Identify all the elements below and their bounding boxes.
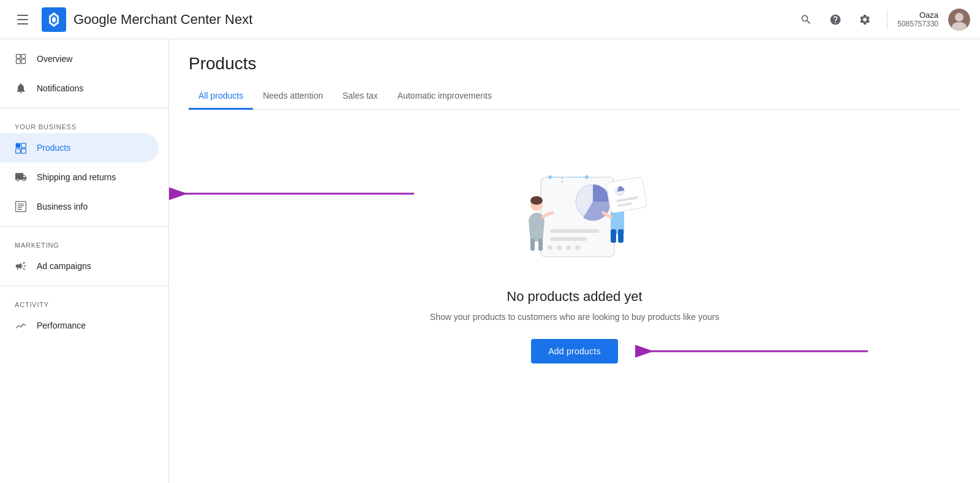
sidebar-item-performance[interactable]: Performance bbox=[0, 311, 159, 340]
avatar-icon bbox=[948, 9, 970, 31]
sidebar-item-ad-campaigns-label: Ad campaigns bbox=[37, 261, 91, 271]
svg-rect-34 bbox=[606, 177, 647, 213]
help-button[interactable] bbox=[823, 7, 848, 32]
account-info: Oaza 5085757330 bbox=[897, 10, 938, 28]
svg-point-41 bbox=[585, 175, 589, 179]
sidebar-item-business-info-label: Business info bbox=[37, 202, 88, 211]
body: Overview Notifications YOUR BUSINESS bbox=[0, 39, 980, 483]
add-products-button[interactable]: Add products bbox=[531, 339, 618, 363]
empty-state-title: No products added yet bbox=[507, 289, 642, 305]
performance-icon bbox=[15, 319, 27, 332]
svg-rect-19 bbox=[550, 229, 599, 233]
svg-point-26 bbox=[530, 196, 543, 205]
add-products-arrow bbox=[623, 339, 880, 363]
svg-rect-28 bbox=[538, 238, 543, 251]
svg-rect-10 bbox=[16, 149, 21, 154]
header-right: Oaza 5085757330 bbox=[794, 7, 970, 32]
hamburger-button[interactable] bbox=[10, 7, 34, 32]
sidebar-item-ad-campaigns[interactable]: Ad campaigns bbox=[0, 251, 159, 281]
svg-rect-5 bbox=[21, 55, 26, 59]
sidebar-item-notifications-label: Notifications bbox=[37, 83, 83, 93]
search-button[interactable] bbox=[794, 7, 818, 32]
sidebar-item-overview-label: Overview bbox=[37, 54, 72, 64]
avatar[interactable] bbox=[948, 9, 970, 31]
empty-state: No products added yet Show your products… bbox=[169, 110, 980, 400]
settings-button[interactable] bbox=[853, 7, 877, 32]
empty-state-description: Show your products to customers who are … bbox=[430, 312, 719, 322]
svg-rect-7 bbox=[21, 59, 26, 64]
sidebar-item-business-info[interactable]: Business info bbox=[0, 192, 159, 221]
svg-point-24 bbox=[575, 245, 580, 250]
sidebar-item-notifications[interactable]: Notifications bbox=[0, 74, 159, 103]
main-content: Products All products Needs attention Sa… bbox=[169, 39, 980, 483]
add-products-wrapper: Add products bbox=[531, 339, 618, 363]
app-logo-icon bbox=[42, 7, 66, 32]
sidebar-item-shipping-label: Shipping and returns bbox=[37, 172, 116, 182]
tab-automatic-improvements[interactable]: Automatic improvements bbox=[388, 83, 502, 110]
tabs-bar: All products Needs attention Sales tax A… bbox=[189, 83, 960, 110]
header-left: Google Merchant Center Next bbox=[10, 7, 794, 32]
sidebar-item-products[interactable]: Products bbox=[0, 133, 159, 162]
nav-divider-1 bbox=[0, 108, 168, 108]
header-divider bbox=[887, 10, 888, 29]
account-name: Oaza bbox=[919, 10, 938, 20]
ad-campaigns-icon bbox=[15, 260, 27, 272]
page-title: Products bbox=[189, 54, 960, 74]
search-icon bbox=[800, 13, 812, 26]
nav-divider-2 bbox=[0, 226, 168, 227]
products-icon bbox=[15, 142, 27, 154]
svg-point-2 bbox=[955, 13, 963, 21]
svg-rect-32 bbox=[611, 229, 616, 243]
svg-rect-6 bbox=[17, 59, 21, 64]
nav-divider-3 bbox=[0, 286, 168, 286]
marketing-section-label: MARKETING bbox=[0, 232, 168, 251]
settings-icon bbox=[859, 13, 871, 26]
svg-point-40 bbox=[548, 175, 552, 179]
business-info-icon bbox=[15, 200, 27, 213]
svg-point-23 bbox=[566, 245, 571, 250]
svg-rect-12 bbox=[16, 202, 26, 212]
svg-rect-20 bbox=[550, 237, 587, 241]
activity-section-label: ACTIVITY bbox=[0, 291, 168, 311]
your-business-section-label: YOUR BUSINESS bbox=[0, 113, 168, 133]
tab-all-products[interactable]: All products bbox=[189, 83, 253, 110]
account-id: 5085757330 bbox=[897, 20, 938, 28]
svg-rect-11 bbox=[21, 149, 26, 154]
products-illustration-svg bbox=[489, 146, 660, 269]
svg-rect-8 bbox=[16, 143, 21, 148]
svg-rect-33 bbox=[618, 229, 624, 243]
sidebar-item-products-label: Products bbox=[37, 143, 70, 153]
sidebar: Overview Notifications YOUR BUSINESS bbox=[0, 39, 169, 483]
app-title: Google Merchant Center Next bbox=[74, 12, 252, 28]
hamburger-icon bbox=[15, 12, 29, 27]
tab-needs-attention[interactable]: Needs attention bbox=[253, 83, 333, 110]
svg-point-21 bbox=[548, 245, 552, 250]
shipping-icon bbox=[15, 171, 27, 183]
page-header: Products All products Needs attention Sa… bbox=[169, 39, 980, 110]
app-header: Google Merchant Center Next Oaza 5085757… bbox=[0, 0, 980, 39]
svg-point-22 bbox=[557, 245, 562, 250]
notifications-icon bbox=[15, 82, 27, 94]
sidebar-item-performance-label: Performance bbox=[37, 321, 86, 330]
sidebar-item-shipping[interactable]: Shipping and returns bbox=[0, 162, 159, 192]
empty-state-illustration bbox=[489, 146, 660, 269]
svg-rect-9 bbox=[21, 143, 26, 148]
svg-rect-27 bbox=[530, 238, 535, 251]
svg-rect-4 bbox=[17, 55, 21, 59]
tab-sales-tax[interactable]: Sales tax bbox=[333, 83, 388, 110]
help-icon bbox=[829, 13, 842, 26]
overview-icon bbox=[15, 53, 27, 65]
sidebar-item-overview[interactable]: Overview bbox=[0, 44, 159, 74]
